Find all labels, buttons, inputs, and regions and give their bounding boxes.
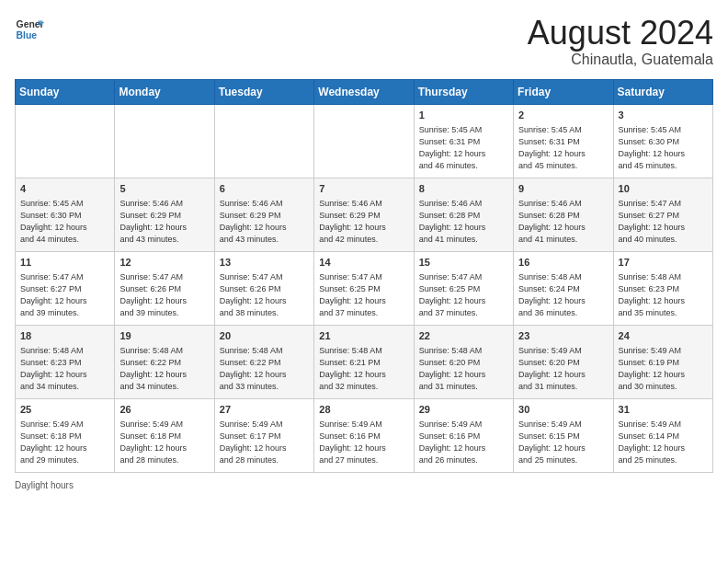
day-info: Sunrise: 5:45 AM Sunset: 6:30 PM Dayligh…	[20, 198, 109, 246]
calendar-day-cell: 21Sunrise: 5:48 AM Sunset: 6:21 PM Dayli…	[314, 325, 414, 398]
day-number: 5	[119, 182, 209, 196]
day-number: 26	[119, 403, 209, 417]
calendar-day-cell: 2Sunrise: 5:45 AM Sunset: 6:31 PM Daylig…	[514, 104, 613, 178]
day-number: 19	[119, 329, 209, 343]
day-info: Sunrise: 5:47 AM Sunset: 6:25 PM Dayligh…	[319, 271, 408, 319]
day-info: Sunrise: 5:48 AM Sunset: 6:21 PM Dayligh…	[319, 345, 408, 393]
day-number: 25	[20, 403, 109, 417]
calendar-day-cell: 22Sunrise: 5:48 AM Sunset: 6:20 PM Dayli…	[414, 325, 513, 398]
calendar-table: SundayMondayTuesdayWednesdayThursdayFrid…	[15, 79, 713, 473]
day-info: Sunrise: 5:45 AM Sunset: 6:31 PM Dayligh…	[419, 124, 508, 172]
day-number: 12	[119, 256, 209, 270]
calendar-day-cell: 19Sunrise: 5:48 AM Sunset: 6:22 PM Dayli…	[115, 325, 214, 398]
calendar-week-row: 18Sunrise: 5:48 AM Sunset: 6:23 PM Dayli…	[16, 325, 713, 398]
day-number: 22	[419, 329, 508, 343]
day-info: Sunrise: 5:48 AM Sunset: 6:20 PM Dayligh…	[419, 345, 508, 393]
logo-icon: General Blue	[15, 15, 44, 44]
calendar-day-cell: 5Sunrise: 5:46 AM Sunset: 6:29 PM Daylig…	[115, 178, 214, 251]
day-number: 6	[220, 182, 309, 196]
day-number: 8	[419, 182, 508, 196]
calendar-day-cell	[314, 104, 414, 178]
day-info: Sunrise: 5:46 AM Sunset: 6:29 PM Dayligh…	[119, 198, 209, 246]
day-number: 7	[319, 182, 408, 196]
day-info: Sunrise: 5:48 AM Sunset: 6:24 PM Dayligh…	[518, 271, 608, 319]
calendar-header-row: SundayMondayTuesdayWednesdayThursdayFrid…	[16, 79, 713, 104]
day-info: Sunrise: 5:47 AM Sunset: 6:26 PM Dayligh…	[119, 271, 209, 319]
day-info: Sunrise: 5:49 AM Sunset: 6:18 PM Dayligh…	[119, 419, 209, 466]
day-info: Sunrise: 5:48 AM Sunset: 6:23 PM Dayligh…	[619, 271, 708, 319]
day-number: 11	[20, 256, 109, 270]
day-number: 16	[518, 256, 608, 270]
day-info: Sunrise: 5:49 AM Sunset: 6:16 PM Dayligh…	[419, 419, 508, 466]
day-info: Sunrise: 5:48 AM Sunset: 6:23 PM Dayligh…	[20, 345, 109, 393]
calendar-day-cell	[214, 104, 313, 178]
calendar-day-cell: 24Sunrise: 5:49 AM Sunset: 6:19 PM Dayli…	[613, 325, 712, 398]
day-number: 31	[619, 403, 708, 417]
calendar-day-cell: 23Sunrise: 5:49 AM Sunset: 6:20 PM Dayli…	[514, 325, 613, 398]
calendar-day-cell: 13Sunrise: 5:47 AM Sunset: 6:26 PM Dayli…	[214, 251, 313, 325]
calendar-day-cell: 28Sunrise: 5:49 AM Sunset: 6:16 PM Dayli…	[314, 398, 414, 472]
day-info: Sunrise: 5:47 AM Sunset: 6:27 PM Dayligh…	[20, 271, 109, 319]
day-number: 28	[319, 403, 408, 417]
day-of-week-header: Friday	[514, 79, 613, 104]
day-info: Sunrise: 5:46 AM Sunset: 6:28 PM Dayligh…	[518, 198, 608, 246]
day-info: Sunrise: 5:48 AM Sunset: 6:22 PM Dayligh…	[220, 345, 309, 393]
calendar-day-cell: 3Sunrise: 5:45 AM Sunset: 6:30 PM Daylig…	[613, 104, 712, 178]
calendar-day-cell: 7Sunrise: 5:46 AM Sunset: 6:29 PM Daylig…	[314, 178, 414, 251]
page-header: General Blue August 2024 Chinautla, Guat…	[15, 15, 713, 68]
calendar-day-cell: 15Sunrise: 5:47 AM Sunset: 6:25 PM Dayli…	[414, 251, 513, 325]
calendar-week-row: 1Sunrise: 5:45 AM Sunset: 6:31 PM Daylig…	[16, 104, 713, 178]
calendar-day-cell: 4Sunrise: 5:45 AM Sunset: 6:30 PM Daylig…	[16, 178, 115, 251]
calendar-day-cell: 27Sunrise: 5:49 AM Sunset: 6:17 PM Dayli…	[214, 398, 313, 472]
day-of-week-header: Thursday	[414, 79, 513, 104]
day-number: 24	[619, 329, 708, 343]
calendar-day-cell: 12Sunrise: 5:47 AM Sunset: 6:26 PM Dayli…	[115, 251, 214, 325]
day-number: 1	[419, 109, 508, 122]
calendar-day-cell: 29Sunrise: 5:49 AM Sunset: 6:16 PM Dayli…	[414, 398, 513, 472]
day-number: 14	[319, 256, 408, 270]
calendar-day-cell: 26Sunrise: 5:49 AM Sunset: 6:18 PM Dayli…	[115, 398, 214, 472]
calendar-day-cell: 14Sunrise: 5:47 AM Sunset: 6:25 PM Dayli…	[314, 251, 414, 325]
day-number: 21	[319, 329, 408, 343]
day-number: 13	[220, 256, 309, 270]
day-number: 17	[619, 256, 708, 270]
calendar-day-cell: 17Sunrise: 5:48 AM Sunset: 6:23 PM Dayli…	[613, 251, 712, 325]
calendar-day-cell: 31Sunrise: 5:49 AM Sunset: 6:14 PM Dayli…	[613, 398, 712, 472]
day-of-week-header: Sunday	[16, 79, 115, 104]
calendar-day-cell: 9Sunrise: 5:46 AM Sunset: 6:28 PM Daylig…	[514, 178, 613, 251]
day-of-week-header: Wednesday	[314, 79, 414, 104]
day-number: 23	[518, 329, 608, 343]
day-info: Sunrise: 5:46 AM Sunset: 6:29 PM Dayligh…	[319, 198, 408, 246]
calendar-footer: Daylight hours	[15, 480, 713, 490]
calendar-day-cell: 8Sunrise: 5:46 AM Sunset: 6:28 PM Daylig…	[414, 178, 513, 251]
calendar-day-cell: 16Sunrise: 5:48 AM Sunset: 6:24 PM Dayli…	[514, 251, 613, 325]
calendar-day-cell: 18Sunrise: 5:48 AM Sunset: 6:23 PM Dayli…	[16, 325, 115, 398]
day-info: Sunrise: 5:46 AM Sunset: 6:29 PM Dayligh…	[220, 198, 309, 246]
day-number: 30	[518, 403, 608, 417]
day-info: Sunrise: 5:49 AM Sunset: 6:14 PM Dayligh…	[619, 419, 708, 466]
day-info: Sunrise: 5:45 AM Sunset: 6:30 PM Dayligh…	[619, 124, 708, 172]
day-info: Sunrise: 5:49 AM Sunset: 6:15 PM Dayligh…	[518, 419, 608, 466]
day-info: Sunrise: 5:49 AM Sunset: 6:20 PM Dayligh…	[518, 345, 608, 393]
day-number: 29	[419, 403, 508, 417]
daylight-hours-label: Daylight hours	[15, 480, 74, 490]
day-number: 27	[220, 403, 309, 417]
day-info: Sunrise: 5:46 AM Sunset: 6:28 PM Dayligh…	[419, 198, 508, 246]
month-year-title: August 2024	[528, 15, 713, 52]
day-info: Sunrise: 5:49 AM Sunset: 6:19 PM Dayligh…	[619, 345, 708, 393]
calendar-week-row: 11Sunrise: 5:47 AM Sunset: 6:27 PM Dayli…	[16, 251, 713, 325]
day-info: Sunrise: 5:45 AM Sunset: 6:31 PM Dayligh…	[518, 124, 608, 172]
day-info: Sunrise: 5:49 AM Sunset: 6:17 PM Dayligh…	[220, 419, 309, 466]
calendar-day-cell: 11Sunrise: 5:47 AM Sunset: 6:27 PM Dayli…	[16, 251, 115, 325]
day-number: 18	[20, 329, 109, 343]
day-info: Sunrise: 5:49 AM Sunset: 6:16 PM Dayligh…	[319, 419, 408, 466]
logo: General Blue	[15, 15, 44, 44]
day-of-week-header: Saturday	[613, 79, 712, 104]
day-number: 4	[20, 182, 109, 196]
calendar-week-row: 4Sunrise: 5:45 AM Sunset: 6:30 PM Daylig…	[16, 178, 713, 251]
day-info: Sunrise: 5:48 AM Sunset: 6:22 PM Dayligh…	[119, 345, 209, 393]
day-number: 10	[619, 182, 708, 196]
day-of-week-header: Monday	[115, 79, 214, 104]
day-info: Sunrise: 5:47 AM Sunset: 6:26 PM Dayligh…	[220, 271, 309, 319]
location-subtitle: Chinautla, Guatemala	[528, 52, 713, 68]
